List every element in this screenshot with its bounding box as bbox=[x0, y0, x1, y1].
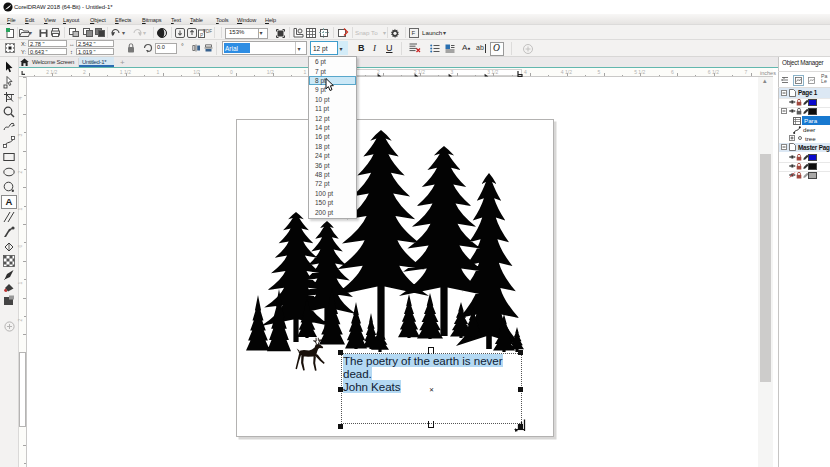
svg-text:PDF: PDF bbox=[203, 29, 212, 34]
